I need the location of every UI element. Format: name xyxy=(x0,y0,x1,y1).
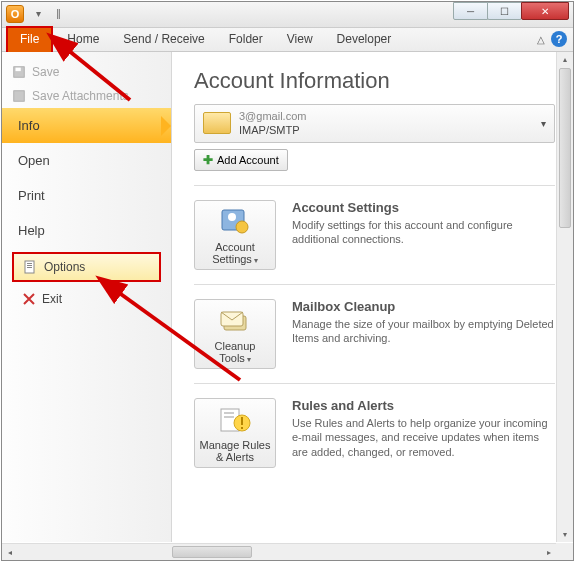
sidebar-save-attachments: Save Attachments xyxy=(2,84,171,108)
save-icon xyxy=(12,65,26,79)
page-title: Account Information xyxy=(194,68,555,94)
options-icon xyxy=(24,260,38,274)
sidebar-info[interactable]: Info xyxy=(2,108,171,143)
tab-file[interactable]: File xyxy=(6,26,53,52)
maximize-button[interactable]: ☐ xyxy=(487,2,522,20)
svg-rect-6 xyxy=(27,267,32,268)
account-settings-desc: Modify settings for this account and con… xyxy=(292,218,555,248)
scroll-corner xyxy=(556,543,573,560)
mailbox-cleanup-desc: Manage the size of your mailbox by empty… xyxy=(292,317,555,347)
scroll-thumb[interactable] xyxy=(559,68,571,228)
scroll-up-icon[interactable]: ▴ xyxy=(557,52,573,67)
account-text: 3@gmail.com IMAP/SMTP xyxy=(239,109,541,138)
exit-icon xyxy=(22,292,36,306)
svg-rect-4 xyxy=(27,263,32,264)
chevron-down-icon: ▾ xyxy=(247,355,251,364)
svg-rect-13 xyxy=(224,412,234,414)
backstage-main: Account Information 3@gmail.com IMAP/SMT… xyxy=(172,52,573,542)
help-icon[interactable]: ? xyxy=(551,31,567,47)
plus-icon: ✚ xyxy=(203,153,213,167)
minimize-button[interactable]: ─ xyxy=(453,2,488,20)
qat-separator: ‖ xyxy=(50,5,66,21)
sidebar-open[interactable]: Open xyxy=(2,143,171,178)
tab-view[interactable]: View xyxy=(275,28,325,51)
separator xyxy=(194,185,555,186)
chevron-down-icon: ▾ xyxy=(254,256,258,265)
svg-rect-14 xyxy=(224,416,234,418)
mailbox-cleanup-title: Mailbox Cleanup xyxy=(292,299,555,314)
backstage: Save Save Attachments Info Open Print He… xyxy=(2,52,573,542)
account-selector[interactable]: 3@gmail.com IMAP/SMTP ▾ xyxy=(194,104,555,143)
account-icon xyxy=(203,112,231,134)
account-settings-button[interactable]: Account Settings▾ xyxy=(194,200,276,270)
app-icon: O xyxy=(6,5,24,23)
app-window: O ▾ ‖ ─ ☐ ✕ File Home Send / Receive Fol… xyxy=(1,1,574,561)
rules-alerts-icon xyxy=(218,405,252,435)
backstage-sidebar: Save Save Attachments Info Open Print He… xyxy=(2,52,172,542)
separator xyxy=(194,383,555,384)
cleanup-tools-row: Cleanup Tools▾ Mailbox Cleanup Manage th… xyxy=(194,299,555,369)
tab-send-receive[interactable]: Send / Receive xyxy=(111,28,216,51)
sidebar-exit[interactable]: Exit xyxy=(12,286,161,312)
tab-home[interactable]: Home xyxy=(55,28,111,51)
scroll-right-icon[interactable]: ▸ xyxy=(541,544,556,560)
sidebar-save: Save xyxy=(2,60,171,84)
window-controls: ─ ☐ ✕ xyxy=(454,2,569,20)
rules-alerts-row: Manage Rules & Alerts Rules and Alerts U… xyxy=(194,398,555,468)
manage-rules-button[interactable]: Manage Rules & Alerts xyxy=(194,398,276,468)
quick-access-toolbar: ▾ ‖ xyxy=(30,5,66,21)
account-settings-title: Account Settings xyxy=(292,200,555,215)
cleanup-tools-button[interactable]: Cleanup Tools▾ xyxy=(194,299,276,369)
horizontal-scrollbar[interactable]: ◂ ▸ xyxy=(2,543,556,560)
rules-alerts-title: Rules and Alerts xyxy=(292,398,555,413)
sidebar-options[interactable]: Options xyxy=(12,252,161,282)
cleanup-tools-icon xyxy=(218,306,252,336)
account-settings-icon xyxy=(218,207,252,237)
chevron-down-icon[interactable]: ▾ xyxy=(541,118,546,129)
minimize-ribbon-icon[interactable]: △ xyxy=(537,34,545,45)
close-button[interactable]: ✕ xyxy=(521,2,569,20)
separator xyxy=(194,284,555,285)
account-settings-row: Account Settings▾ Account Settings Modif… xyxy=(194,200,555,270)
ribbon-tabs: File Home Send / Receive Folder View Dev… xyxy=(2,28,573,52)
titlebar: O ▾ ‖ ─ ☐ ✕ xyxy=(2,2,573,28)
svg-point-8 xyxy=(228,213,236,221)
scroll-down-icon[interactable]: ▾ xyxy=(557,527,573,542)
svg-rect-1 xyxy=(16,68,21,72)
tab-folder[interactable]: Folder xyxy=(217,28,275,51)
scroll-thumb[interactable] xyxy=(172,546,252,558)
svg-rect-2 xyxy=(14,91,25,102)
vertical-scrollbar[interactable]: ▴ ▾ xyxy=(556,52,573,542)
rules-alerts-desc: Use Rules and Alerts to help organize yo… xyxy=(292,416,555,461)
sidebar-help[interactable]: Help xyxy=(2,213,171,248)
tab-developer[interactable]: Developer xyxy=(325,28,404,51)
svg-point-9 xyxy=(236,221,248,233)
add-account-button[interactable]: ✚ Add Account xyxy=(194,149,288,171)
scroll-left-icon[interactable]: ◂ xyxy=(2,544,17,560)
svg-rect-5 xyxy=(27,265,32,266)
save-attachments-icon xyxy=(12,89,26,103)
qat-dropdown-icon[interactable]: ▾ xyxy=(30,5,46,21)
sidebar-print[interactable]: Print xyxy=(2,178,171,213)
